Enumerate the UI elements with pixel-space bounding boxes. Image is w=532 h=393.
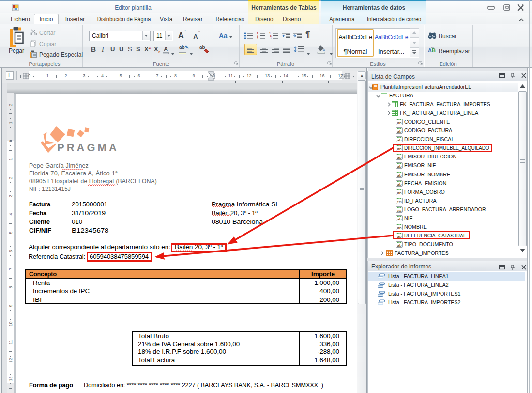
svg-text:123: 123 (397, 200, 401, 203)
svg-text:ab: ab (397, 191, 402, 195)
svg-text:101: 101 (397, 209, 401, 212)
svg-text:ab: ab (397, 156, 402, 160)
svg-text:ab: ab (397, 173, 402, 178)
svg-text:ab: ab (397, 164, 402, 169)
svg-text:3: 3 (257, 37, 258, 39)
svg-text:ab: ab (397, 129, 402, 134)
svg-text:ab: ab (397, 138, 402, 142)
svg-text:ab: ab (397, 243, 402, 248)
svg-text:ab: ab (397, 217, 402, 221)
svg-text:ab: ab (397, 121, 402, 125)
svg-text:ab: ab (397, 226, 402, 230)
svg-text:ab: ab (397, 182, 402, 187)
svg-text:i: i (271, 37, 272, 39)
